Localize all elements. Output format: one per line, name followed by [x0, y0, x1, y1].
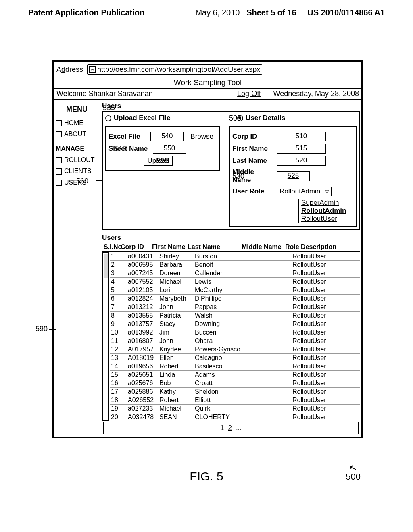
last-name-input[interactable]: 520: [277, 156, 326, 166]
cell-sino: 1: [111, 253, 128, 260]
sheet-name-input[interactable]: 550: [153, 144, 186, 154]
cell-lastname: Lewis: [195, 278, 249, 285]
cell-lastname: Croatti: [195, 380, 249, 387]
page-1[interactable]: 1: [220, 424, 224, 432]
checkbox-icon: [56, 180, 62, 186]
lead-line-590: [49, 329, 56, 330]
menu-item-home[interactable]: HOME: [56, 119, 98, 127]
table-row[interactable]: 6a012824MarybethDiPhillipoRolloutUser: [110, 294, 360, 303]
content-column: Users 535 Upload Excel File Excel File 5…: [100, 100, 361, 437]
menu-item-label: ROLLOUT: [64, 156, 95, 164]
cell-role: RolloutUser: [292, 354, 359, 362]
callout-535: 535: [103, 104, 115, 112]
cell-firstname: Kaydee: [159, 346, 195, 353]
cell-lastname: CLOHERTY: [195, 414, 249, 421]
cell-sino: 9: [111, 320, 128, 328]
scrollbar[interactable]: [102, 252, 109, 421]
cell-sino: 20: [111, 414, 128, 421]
cell-firstname: SEAN: [159, 414, 195, 421]
table-row[interactable]: 13A018019EllenCalcagnoRolloutUser: [110, 353, 360, 362]
upload-form: Excel File 540 Browse Sheet Name 550 545…: [105, 126, 220, 171]
cell-sino: 8: [111, 312, 128, 319]
address-label: Address: [56, 65, 83, 74]
table-row[interactable]: 2a006595BarbaraBenoitRolloutUser: [110, 260, 360, 269]
table-row[interactable]: 4a007552MichaelLewisRolloutUser: [110, 277, 360, 286]
cell-lastname: Basilesco: [195, 363, 249, 370]
body-area: MENU HOME ABOUT MANAGE ROLLOUT CLIENTS U…: [54, 100, 361, 437]
cell-middlename: [249, 405, 292, 412]
table-row[interactable]: 16a025676BobCroattiRolloutUser: [110, 379, 360, 387]
cell-corpid: a013555: [128, 312, 159, 319]
menu-item-clients[interactable]: CLIENTS: [56, 168, 98, 175]
first-name-input[interactable]: 515: [277, 144, 326, 154]
cell-lastname: McCarthy: [195, 287, 249, 294]
separator: |: [266, 89, 268, 98]
table-row[interactable]: 17a025886KathySheldonRolloutUser: [110, 387, 360, 396]
cell-sino: 17: [111, 388, 128, 395]
cell-lastname: Benoit: [195, 261, 249, 268]
excel-file-input[interactable]: 540: [150, 132, 184, 141]
menu-item-about[interactable]: ABOUT: [56, 131, 98, 138]
cell-lastname: Quirk: [195, 405, 249, 412]
cell-sino: 5: [111, 287, 128, 294]
table-row[interactable]: 9a013757StacyDowningRolloutUser: [110, 320, 360, 328]
cell-middlename: [249, 312, 292, 319]
pager: 1 2 ...: [104, 422, 358, 434]
details-radio-label: User Details: [246, 114, 285, 122]
cell-corpid: a013992: [128, 329, 159, 336]
checkbox-icon: [56, 168, 62, 175]
role-option[interactable]: RolloutAdmin: [299, 207, 353, 215]
cell-role: RolloutUser: [292, 329, 359, 336]
address-input[interactable]: e http://oes.fmr.com/worksamplingtool/Ad…: [87, 64, 262, 75]
cell-firstname: John: [159, 337, 195, 345]
page-2[interactable]: 2: [228, 424, 232, 432]
cell-corpid: A032478: [128, 414, 159, 421]
corpid-input[interactable]: 510: [277, 132, 326, 141]
menu-item-rollout[interactable]: ROLLOUT: [56, 156, 98, 164]
browse-button[interactable]: Browse: [187, 132, 217, 141]
table-row[interactable]: 8a013555PatriciaWalshRolloutUser: [110, 311, 360, 320]
table-row[interactable]: 12A017957KaydeePowers-GyriscoRolloutUser: [110, 345, 360, 353]
cell-sino: 6: [111, 295, 128, 302]
col-corpid: Corp ID: [121, 243, 152, 251]
cell-firstname: Jim: [159, 329, 195, 336]
cell-sino: 14: [111, 363, 128, 370]
middle-name-input[interactable]: 525: [277, 171, 310, 181]
table-row[interactable]: 11a016807JohnOharaRolloutUser: [110, 337, 360, 345]
upload-radio-row[interactable]: Upload Excel File: [105, 114, 220, 122]
table-row[interactable]: 1a000431ShirleyBurstonRolloutUser: [110, 252, 360, 260]
details-radio-row[interactable]: 505 User Details: [229, 114, 357, 122]
table-row[interactable]: 15a025651LindaAdamsRolloutUser: [110, 370, 360, 379]
table-row[interactable]: 10a013992JimBucceriRolloutUser: [110, 328, 360, 337]
table-row[interactable]: 3a007245DoreenCallenderRolloutUser: [110, 269, 360, 277]
table-row[interactable]: 20A032478SEANCLOHERTYRolloutUser: [110, 413, 360, 421]
page-more[interactable]: ...: [236, 424, 242, 432]
table-row[interactable]: 5a012105LoriMcCarthyRolloutUser: [110, 286, 360, 294]
corpid-label: Corp ID: [232, 133, 273, 141]
cell-sino: 11: [111, 337, 128, 345]
logoff-link[interactable]: Log Off: [237, 89, 261, 98]
users-table-heading: Users: [102, 233, 360, 243]
cell-middlename: [249, 371, 292, 378]
cell-firstname: Marybeth: [159, 295, 195, 302]
chevron-down-icon: ▽: [323, 187, 331, 196]
table-row[interactable]: 18A026552RobertElliottRolloutUser: [110, 396, 360, 404]
user-role-select[interactable]: RolloutAdmin ▽: [277, 187, 332, 196]
cell-firstname: Doreen: [159, 270, 195, 277]
upload-pane: 535 Upload Excel File Excel File 540 Bro…: [103, 112, 223, 229]
cell-middlename: [249, 363, 292, 370]
role-option[interactable]: SuperAdmin: [299, 199, 353, 207]
table-row[interactable]: 19a027233MichaelQuirkRolloutUser: [110, 404, 360, 413]
cell-role: RolloutUser: [292, 405, 359, 412]
cell-firstname: Stacy: [159, 320, 195, 328]
table-row[interactable]: 14a019656RobertBasilescoRolloutUser: [110, 362, 360, 370]
table-row[interactable]: 7a013212JohnPappasRolloutUser: [110, 303, 360, 311]
role-option[interactable]: RolloutUser: [299, 215, 353, 223]
cell-sino: 2: [111, 261, 128, 268]
menu-item-label: ABOUT: [64, 131, 86, 138]
role-options[interactable]: SuperAdmin RolloutAdmin RolloutUser: [298, 199, 353, 223]
status-bar: Welcome Shankar Saravanan Log Off | Wedn…: [54, 89, 361, 100]
cell-lastname: Callender: [195, 270, 249, 277]
pager-box: 1 2 ...: [103, 422, 359, 434]
browser-window: Address e http://oes.fmr.com/worksamplin…: [52, 60, 363, 438]
